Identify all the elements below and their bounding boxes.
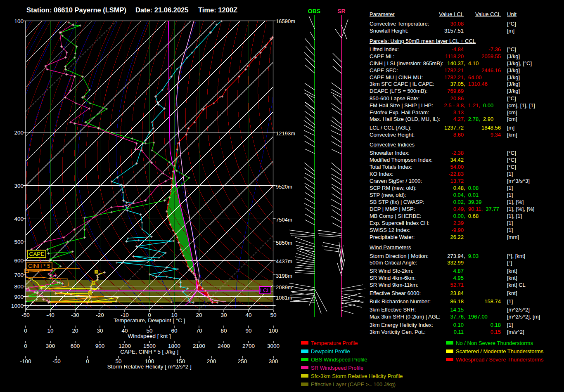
svg-text:Time: 1200Z: Time: 1200Z <box>198 6 237 14</box>
svg-text:-30: -30 <box>71 312 79 318</box>
svg-text:0: 0 <box>86 358 89 364</box>
svg-text:1800: 1800 <box>168 343 180 349</box>
svg-text:-40: -40 <box>46 312 55 318</box>
svg-text:Dewpoint Profile: Dewpoint Profile <box>311 348 350 354</box>
svg-text:3: 3 <box>95 270 97 274</box>
svg-text:20: 20 <box>196 312 202 318</box>
svg-text:16590m: 16590m <box>276 18 295 24</box>
svg-text:500: 500 <box>14 239 24 245</box>
svg-text:Widespread / Severe Thundersto: Widespread / Severe Thunderstorms <box>456 357 544 363</box>
svg-text:600: 600 <box>14 257 24 264</box>
svg-text:SR Windspeed Profile: SR Windspeed Profile <box>311 365 363 371</box>
svg-text:300: 300 <box>14 183 24 189</box>
svg-text:800: 800 <box>14 283 24 290</box>
svg-text:LCL: LCL <box>260 287 270 293</box>
svg-text:2: 2 <box>92 281 95 285</box>
svg-text:Temperature Profile: Temperature Profile <box>311 340 358 346</box>
svg-text:200: 200 <box>207 358 216 364</box>
svg-text:1200: 1200 <box>118 343 131 349</box>
svg-text:200: 200 <box>14 130 24 136</box>
svg-text:-50: -50 <box>21 312 30 318</box>
svg-text:10: 10 <box>47 328 53 334</box>
svg-text:600: 600 <box>71 343 80 349</box>
svg-text:2400: 2400 <box>218 343 230 349</box>
svg-text:CAPE, CINH * 5 [ J/kg ]: CAPE, CINH * 5 [ J/kg ] <box>120 349 178 355</box>
svg-text:OBS: OBS <box>308 8 320 14</box>
svg-text:Sfc-3km Storm Relative Helicit: Sfc-3km Storm Relative Helicity Profile <box>311 373 403 379</box>
svg-text:Date: 21.06.2025: Date: 21.06.2025 <box>135 6 188 14</box>
svg-text:70: 70 <box>196 328 202 334</box>
svg-text:40: 40 <box>121 328 128 334</box>
svg-text:-20: -20 <box>96 312 104 318</box>
svg-text:300: 300 <box>269 358 278 364</box>
svg-text:3198m: 3198m <box>276 273 292 279</box>
svg-text:700: 700 <box>14 272 24 278</box>
svg-text:0: 0 <box>24 328 27 334</box>
svg-text:0: 0 <box>24 343 27 349</box>
svg-text:CAPE: CAPE <box>29 251 45 257</box>
svg-text:50: 50 <box>270 312 276 318</box>
svg-text:90: 90 <box>245 328 251 334</box>
svg-text:7504m: 7504m <box>276 217 292 223</box>
svg-text:SR: SR <box>337 8 345 14</box>
svg-text:Station: 06610 Payerne (LSMP): Station: 06610 Payerne (LSMP) <box>26 6 126 14</box>
svg-text:-50: -50 <box>52 358 61 364</box>
svg-text:100: 100 <box>269 328 278 334</box>
svg-text:20: 20 <box>72 328 78 334</box>
svg-text:OBS Windspeed Profile: OBS Windspeed Profile <box>311 357 367 363</box>
svg-text:CINH * 5: CINH * 5 <box>28 263 50 269</box>
svg-text:Effective Layer (CAPE >= 100 J: Effective Layer (CAPE >= 100 J/kg) <box>311 381 396 387</box>
svg-text:250: 250 <box>238 358 247 364</box>
svg-text:Scattered / Moderate Thunderst: Scattered / Moderate Thunderstorms <box>456 348 544 354</box>
svg-text:3000: 3000 <box>267 343 280 349</box>
svg-text:1081m: 1081m <box>276 295 292 301</box>
svg-text:40: 40 <box>245 312 251 318</box>
svg-text:900: 900 <box>14 294 24 300</box>
svg-text:1500: 1500 <box>143 343 156 349</box>
svg-text:Storm Relative Helicity [ m^2: Storm Relative Helicity [ m^2/s^2 ] <box>107 364 192 370</box>
svg-text:900: 900 <box>95 343 105 349</box>
svg-text:100: 100 <box>14 18 24 24</box>
svg-text:-100: -100 <box>20 358 31 364</box>
svg-text:60: 60 <box>171 328 177 334</box>
svg-text:No / Non Severe Thunderstorms: No / Non Severe Thunderstorms <box>456 340 533 346</box>
svg-text:80: 80 <box>220 328 227 334</box>
svg-text:400: 400 <box>14 216 24 222</box>
svg-text:30: 30 <box>220 312 227 318</box>
svg-text:4437m: 4437m <box>276 258 292 264</box>
svg-text:2100: 2100 <box>193 343 205 349</box>
svg-text:9520m: 9520m <box>276 184 292 190</box>
svg-text:Temperature, Dewpoint [ °C ]: Temperature, Dewpoint [ °C ] <box>114 317 185 324</box>
svg-text:2089m: 2089m <box>276 284 292 290</box>
svg-text:12193m: 12193m <box>276 130 295 137</box>
svg-text:Windspeed [ knt ]: Windspeed [ knt ] <box>128 333 171 339</box>
svg-text:300: 300 <box>46 343 55 349</box>
svg-text:1000: 1000 <box>11 303 24 309</box>
svg-text:1: 1 <box>89 292 91 295</box>
svg-text:5850m: 5850m <box>276 240 292 246</box>
svg-text:2700: 2700 <box>242 343 255 349</box>
svg-text:30: 30 <box>97 328 103 334</box>
